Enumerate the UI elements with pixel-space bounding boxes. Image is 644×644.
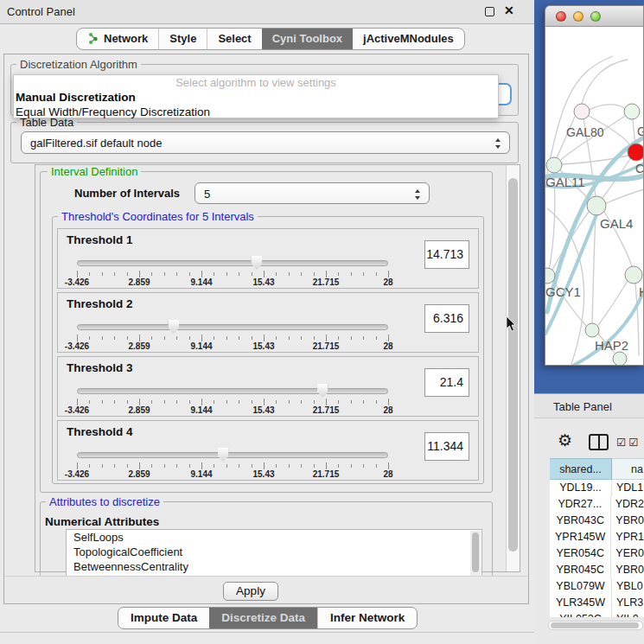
slider-track[interactable] [77,388,388,394]
tick-mark [276,336,277,340]
network-node[interactable] [624,104,640,119]
attribute-list-item[interactable]: BetweennessCentrality [67,559,481,574]
table-row[interactable]: YLR345WYLR3 [550,595,644,611]
tab-impute-data[interactable]: Impute Data [118,608,209,628]
close-icon[interactable]: ✕ [504,3,514,17]
tab-style[interactable]: Style [158,29,207,49]
tab-discretize-data[interactable]: Discretize Data [209,608,317,628]
tab-cyni-toolbox[interactable]: Cyni Toolbox [262,29,353,49]
column-header-shared-name[interactable]: shared... [550,458,612,480]
slider-thumb[interactable] [251,256,262,270]
tick-label: 9.144 [190,469,212,479]
network-node[interactable] [613,352,627,366]
network-node[interactable] [585,323,599,337]
dropdown-hint-item[interactable]: Select algorithm to view settings [14,75,498,90]
combobox-value: 5 [204,188,210,201]
table-row[interactable]: YBL079WYBL0 [550,578,644,595]
tab-select[interactable]: Select [207,29,261,49]
tick-mark [89,400,90,404]
vertical-scrollbar[interactable] [506,165,520,571]
table-row[interactable]: YDL19...YDL1 [550,480,644,496]
table-row[interactable]: YIL052CYIL0 [550,611,644,617]
apply-button[interactable]: Apply [223,582,278,601]
tick-mark [239,336,239,340]
network-node[interactable] [574,104,590,119]
cell-shared-name: YDR27... [550,496,611,513]
attribute-list-item[interactable]: SelfLoops [67,530,481,545]
tab-infer-network[interactable]: Infer Network [317,608,417,628]
scrollbar-thumb[interactable] [551,622,639,628]
numerical-attributes-list[interactable]: SelfLoopsTopologicalCoefficientBetweenne… [66,529,482,577]
table-data-combobox[interactable]: galFiltered.sif default node [21,131,510,154]
dropdown-option-manual[interactable]: Manual Discretization [14,90,498,105]
network-edge [606,189,644,203]
tick-label: 2.859 [128,469,150,479]
tick-mark [176,272,177,276]
threshold-slider[interactable]: -3.4262.8599.14415.4321.71528 [77,381,388,416]
column-header-name[interactable]: na [612,458,644,480]
slider-tick-labels: -3.4262.8599.14415.4321.71528 [77,341,388,352]
control-panel-titlebar: Control Panel ✕ [0,0,534,24]
network-canvas[interactable]: GAL80GACGAL11GAL4GCY1HHAP2 [545,27,644,366]
zoom-traffic-light[interactable] [590,11,601,22]
table-row[interactable]: YDR27...YDR2 [550,496,644,513]
slider-track[interactable] [77,260,388,266]
threshold-value-field[interactable]: 6.316 [424,304,469,333]
network-node[interactable] [628,143,644,161]
threshold-slider[interactable]: -3.4262.8599.14415.4321.71528 [77,445,388,480]
network-node[interactable] [625,266,642,284]
tick-mark [351,400,352,404]
slider-thumb[interactable] [168,320,179,334]
slider-thumb[interactable] [218,448,229,462]
tick-mark [77,335,78,341]
slider-tick-labels: -3.4262.8599.14415.4321.71528 [77,469,388,480]
tick-mark [264,271,265,277]
tick-mark [201,399,202,405]
node-label: GA [637,124,644,138]
tick-label: 28 [383,277,392,287]
tick-mark [276,400,277,404]
dropdown-option-equal-width[interactable]: Equal Width/Frequency Discretization [14,105,498,119]
table-row[interactable]: YPR145WYPR1 [550,529,644,545]
table-row[interactable]: YER054CYER0 [550,545,644,562]
tick-mark [363,464,364,468]
scrollbar-thumb[interactable] [472,532,479,572]
gear-icon[interactable]: ⚙ [558,430,572,450]
threshold-slider[interactable]: -3.4262.8599.14415.4321.71528 [77,253,388,288]
mac-window-titlebar[interactable] [545,6,643,27]
number-of-intervals-combobox[interactable]: 5 [194,182,430,204]
threshold-value-field[interactable]: 14.713 [424,240,469,269]
network-node[interactable] [587,196,606,215]
table-row[interactable]: YBR045CYBR0 [550,562,644,578]
tick-mark [114,336,115,340]
float-window-icon[interactable] [485,7,494,16]
horizontal-scrollbar[interactable] [548,621,643,630]
tick-mark [226,464,227,468]
slider-tick-labels: -3.4262.8599.14415.4321.71528 [77,277,388,288]
table-row[interactable]: YBR043CYBR0 [550,513,644,529]
cell-shared-name: YER054C [550,545,611,562]
tick-mark [201,335,202,341]
tick-mark [201,271,202,277]
tick-mark [326,271,327,277]
group-title: Discretization Algorithm [16,58,141,71]
threshold-value-field[interactable]: 11.344 [424,432,469,461]
tab-jactivemnodules[interactable]: jActiveMNodules [353,29,464,49]
threshold-slider[interactable]: -3.4262.8599.14415.4321.71528 [77,317,388,352]
select-checkboxes-icon[interactable]: ☑☑ [616,436,641,449]
slider-track[interactable] [77,452,388,458]
top-tab-bar: Network Style Select Cyni Toolbox jActiv… [76,28,465,50]
combobox-arrows-icon [415,188,421,201]
minimize-traffic-light[interactable] [573,11,583,22]
close-traffic-light[interactable] [556,11,566,22]
network-node[interactable] [546,157,562,173]
list-scrollbar[interactable] [470,531,481,577]
scrollbar-thumb[interactable] [508,178,518,552]
attribute-list-item[interactable]: TopologicalCoefficient [67,545,481,559]
columns-icon[interactable] [589,434,609,450]
slider-track[interactable] [77,324,388,330]
slider-thumb[interactable] [317,384,328,398]
node-label: GCY1 [545,284,581,299]
tab-network[interactable]: Network [77,29,158,49]
threshold-value-field[interactable]: 21.4 [424,368,469,397]
